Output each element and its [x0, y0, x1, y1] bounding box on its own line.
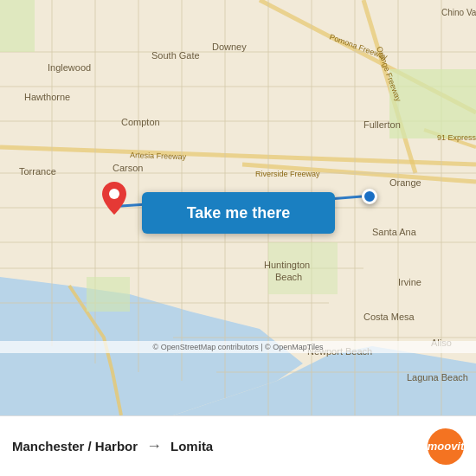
- svg-text:Fullerton: Fullerton: [363, 119, 401, 130]
- attribution: © OpenStreetMap contributors | © OpenMap…: [0, 341, 476, 353]
- svg-text:Carson: Carson: [113, 163, 143, 173]
- svg-text:Hawthorne: Hawthorne: [24, 92, 70, 102]
- svg-text:Santa Ana: Santa Ana: [372, 227, 417, 237]
- svg-rect-28: [0, 0, 35, 52]
- svg-rect-29: [87, 277, 130, 312]
- arrow-icon: →: [146, 437, 162, 455]
- map-container: Inglewood Hawthorne South Gate Downey Co…: [0, 0, 476, 415]
- svg-text:91 Express: 91 Express: [437, 133, 476, 142]
- moovit-logo: moovit: [428, 428, 464, 465]
- svg-text:South Gate: South Gate: [151, 50, 200, 61]
- svg-text:Huntington: Huntington: [264, 260, 310, 270]
- svg-text:Beach: Beach: [275, 272, 302, 282]
- from-label: Manchester / Harbor: [12, 439, 138, 453]
- svg-rect-30: [389, 69, 476, 138]
- svg-text:Orange: Orange: [389, 177, 421, 188]
- svg-point-55: [109, 189, 119, 199]
- take-me-there-button[interactable]: Take me there: [142, 192, 335, 234]
- bottom-bar: Manchester / Harbor → Lomita moovit: [0, 415, 476, 476]
- svg-text:Downey: Downey: [212, 42, 247, 52]
- svg-text:Laguna Beach: Laguna Beach: [407, 372, 468, 383]
- svg-text:Irvine: Irvine: [398, 277, 421, 287]
- svg-text:Costa Mesa: Costa Mesa: [363, 312, 415, 322]
- to-label: Lomita: [170, 439, 213, 453]
- destination-marker: [102, 182, 126, 218]
- svg-text:Inglewood: Inglewood: [48, 62, 91, 73]
- svg-text:Compton: Compton: [121, 117, 160, 127]
- svg-text:Riverside Freeway: Riverside Freeway: [255, 170, 320, 178]
- moovit-circle: moovit: [428, 428, 464, 465]
- svg-text:Torrance: Torrance: [19, 166, 56, 177]
- origin-marker: [362, 189, 377, 204]
- route-info: Manchester / Harbor → Lomita: [12, 437, 428, 455]
- svg-text:Chino Valle: Chino Valle: [441, 8, 476, 17]
